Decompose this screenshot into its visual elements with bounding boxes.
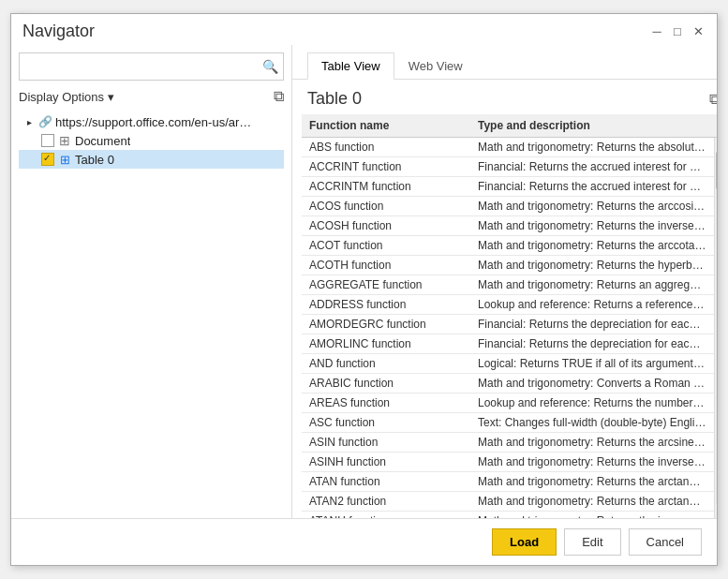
cell-function-desc: Logical: Returns TRUE if all of its argu… bbox=[470, 354, 714, 374]
cell-function-name: ARABIC function bbox=[302, 374, 470, 393]
table0-icon: ⊞ bbox=[57, 152, 72, 167]
table-container: Function name Type and description ABS f… bbox=[292, 114, 717, 518]
table-row[interactable]: ACOS functionMath and trigonometry: Retu… bbox=[302, 197, 714, 216]
tree-item-table0[interactable]: ⊞ Table 0 bbox=[19, 150, 284, 169]
cell-function-name: ACOS function bbox=[302, 197, 470, 216]
cell-function-name: ADDRESS function bbox=[302, 295, 470, 315]
cell-function-name: AGGREGATE function bbox=[302, 275, 470, 295]
cell-function-desc: Math and trigonometry: Returns the arcta… bbox=[470, 492, 714, 512]
cell-function-name: ASC function bbox=[302, 413, 470, 433]
tree-label-document: Document bbox=[75, 134, 130, 148]
dialog-body: 🔍 Display Options ▾ ⧉ ▸ 🔗 https://suppor… bbox=[11, 45, 717, 518]
search-box: 🔍 bbox=[19, 52, 284, 81]
vertical-scrollbar[interactable]: ▲ ▼ bbox=[714, 138, 717, 518]
table-row[interactable]: ACOSH functionMath and trigonometry: Ret… bbox=[302, 216, 714, 236]
cell-function-name: ATAN2 function bbox=[302, 492, 470, 512]
table-row[interactable]: AND functionLogical: Returns TRUE if all… bbox=[302, 354, 714, 374]
load-button[interactable]: Load bbox=[492, 528, 557, 556]
tree-item-document[interactable]: ⊞ Document bbox=[19, 131, 284, 150]
cell-function-name: AMORDEGRC function bbox=[302, 315, 470, 334]
search-input[interactable] bbox=[20, 56, 257, 78]
cell-function-desc: Financial: Returns the depreciation for … bbox=[470, 315, 714, 334]
v-scroll-down-arrow[interactable]: ▼ bbox=[714, 505, 717, 518]
table-row[interactable]: ASINH functionMath and trigonometry: Ret… bbox=[302, 453, 714, 472]
tree-item-url[interactable]: ▸ 🔗 https://support.office.com/en-us/art… bbox=[19, 112, 284, 131]
v-scroll-up-arrow[interactable]: ▲ bbox=[714, 138, 717, 151]
content-export-button[interactable]: ⧉ bbox=[709, 91, 717, 108]
cell-function-name: ACOTH function bbox=[302, 256, 470, 275]
cell-function-name: ASINH function bbox=[302, 453, 470, 472]
cell-function-desc: Financial: Returns the accrued interest … bbox=[470, 157, 714, 177]
search-icon-button[interactable]: 🔍 bbox=[257, 53, 283, 80]
cell-function-desc: Lookup and reference: Returns the number… bbox=[470, 393, 714, 413]
display-options-label: Display Options bbox=[19, 90, 104, 104]
cell-function-name: ACCRINT function bbox=[302, 157, 470, 177]
cell-function-desc: Financial: Returns the accrued interest … bbox=[470, 177, 714, 197]
cell-function-desc: Text: Changes full-width (double-byte) E… bbox=[470, 413, 714, 433]
table-row[interactable]: ATAN2 functionMath and trigonometry: Ret… bbox=[302, 492, 714, 512]
cell-function-name: ATAN function bbox=[302, 472, 470, 492]
table-row[interactable]: ABS functionMath and trigonometry: Retur… bbox=[302, 138, 714, 157]
minimize-button[interactable]: ─ bbox=[649, 24, 664, 39]
table-row[interactable]: AMORDEGRC functionFinancial: Returns the… bbox=[302, 315, 714, 334]
col-header-name: Function name bbox=[302, 114, 470, 138]
tab-table-view[interactable]: Table View bbox=[307, 52, 394, 80]
close-button[interactable]: ✕ bbox=[691, 24, 706, 39]
cell-function-name: ACOSH function bbox=[302, 216, 470, 236]
table0-checkbox[interactable] bbox=[41, 153, 54, 166]
expand-icon-url: ▸ bbox=[22, 115, 36, 128]
table-inner: ABS functionMath and trigonometry: Retur… bbox=[302, 138, 714, 518]
tree-refresh-button[interactable]: ⧉ bbox=[274, 88, 284, 105]
cell-function-desc: Math and trigonometry: Returns an aggreg… bbox=[470, 275, 714, 295]
table-row[interactable]: ATANH functionMath and trigonometry: Ret… bbox=[302, 512, 714, 519]
cell-function-name: AREAS function bbox=[302, 393, 470, 413]
col-header-desc: Type and description bbox=[470, 114, 717, 138]
content-header: Table 0 ⧉ bbox=[292, 80, 717, 114]
table-row[interactable]: ASC functionText: Changes full-width (do… bbox=[302, 413, 714, 433]
table-row[interactable]: AGGREGATE functionMath and trigonometry:… bbox=[302, 275, 714, 295]
table-row[interactable]: ADDRESS functionLookup and reference: Re… bbox=[302, 295, 714, 315]
cell-function-name: ACOT function bbox=[302, 236, 470, 256]
left-panel: 🔍 Display Options ▾ ⧉ ▸ 🔗 https://suppor… bbox=[11, 45, 292, 518]
dialog-title: Navigator bbox=[22, 22, 95, 41]
display-options-button[interactable]: Display Options ▾ bbox=[19, 90, 114, 104]
table-row[interactable]: ACOT functionMath and trigonometry: Retu… bbox=[302, 236, 714, 256]
data-table-body: ABS functionMath and trigonometry: Retur… bbox=[302, 138, 714, 518]
tree-label-table0: Table 0 bbox=[75, 153, 114, 167]
cell-function-name: ABS function bbox=[302, 138, 470, 157]
table-row[interactable]: ATAN functionMath and trigonometry: Retu… bbox=[302, 472, 714, 492]
display-options-row: Display Options ▾ ⧉ bbox=[19, 88, 284, 105]
cell-function-desc: Math and trigonometry: Returns the arcta… bbox=[470, 472, 714, 492]
cell-function-desc: Math and trigonometry: Returns the arcsi… bbox=[470, 433, 714, 453]
tree-area: ▸ 🔗 https://support.office.com/en-us/art… bbox=[19, 112, 284, 511]
cancel-button[interactable]: Cancel bbox=[629, 528, 702, 556]
tabs-row: Table View Web View bbox=[292, 45, 717, 80]
content-title: Table 0 bbox=[307, 89, 362, 109]
v-scroll-thumb bbox=[716, 152, 718, 189]
maximize-button[interactable]: □ bbox=[670, 24, 685, 39]
table-scroll-area[interactable]: ABS functionMath and trigonometry: Retur… bbox=[302, 138, 714, 518]
cell-function-desc: Math and trigonometry: Returns the inver… bbox=[470, 512, 714, 519]
table-row[interactable]: ARABIC functionMath and trigonometry: Co… bbox=[302, 374, 714, 393]
table-row[interactable]: ACCRINTM functionFinancial: Returns the … bbox=[302, 177, 714, 197]
tab-web-view[interactable]: Web View bbox=[394, 52, 477, 79]
table-row[interactable]: AMORLINC functionFinancial: Returns the … bbox=[302, 334, 714, 354]
document-checkbox[interactable] bbox=[41, 134, 54, 147]
document-icon: ⊞ bbox=[57, 133, 72, 148]
cell-function-desc: Financial: Returns the depreciation for … bbox=[470, 334, 714, 354]
table-row[interactable]: ASIN functionMath and trigonometry: Retu… bbox=[302, 433, 714, 453]
url-icon: 🔗 bbox=[37, 114, 52, 129]
cell-function-desc: Math and trigonometry: Returns the absol… bbox=[470, 138, 714, 157]
cell-function-name: ASIN function bbox=[302, 433, 470, 453]
table-row[interactable]: AREAS functionLookup and reference: Retu… bbox=[302, 393, 714, 413]
edit-button[interactable]: Edit bbox=[564, 528, 620, 556]
table-row[interactable]: ACCRINT functionFinancial: Returns the a… bbox=[302, 157, 714, 177]
cell-function-desc: Lookup and reference: Returns a referenc… bbox=[470, 295, 714, 315]
cell-function-name: ACCRINTM function bbox=[302, 177, 470, 197]
cell-function-name: AMORLINC function bbox=[302, 334, 470, 354]
v-scroll-track[interactable] bbox=[716, 152, 718, 504]
cell-function-name: AND function bbox=[302, 354, 470, 374]
table-row[interactable]: ACOTH functionMath and trigonometry: Ret… bbox=[302, 256, 714, 275]
cell-function-desc: Math and trigonometry: Returns the inver… bbox=[470, 216, 714, 236]
data-table-header: Function name Type and description bbox=[302, 114, 717, 138]
